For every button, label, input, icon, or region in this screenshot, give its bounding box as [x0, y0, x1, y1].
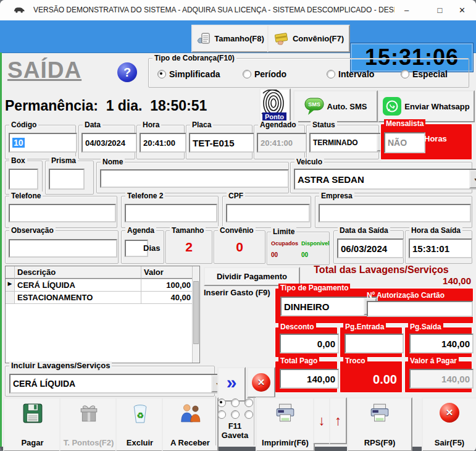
ocupados-value: 00	[271, 251, 278, 258]
observacao-input[interactable]	[9, 239, 117, 258]
radio-especial[interactable]: Especial	[401, 69, 448, 79]
placa-input[interactable]: TET-E015	[189, 133, 254, 153]
mensalista-legend: Mensalista	[384, 119, 425, 128]
pg-saida-input[interactable]: 140,00	[409, 334, 474, 353]
limite-group: Limite Ocupados 00 Disponivel 00	[267, 232, 330, 265]
sair-button[interactable]: ✕ Sair(F5)	[422, 397, 476, 451]
tamanho-button-label: Tamanho(F8)	[214, 34, 264, 43]
hora-input[interactable]: 20:41:00	[140, 133, 186, 153]
pagar-button[interactable]: Pagar	[3, 397, 62, 451]
box-group: Box	[5, 161, 43, 195]
minimize-button[interactable]: –	[393, 0, 420, 20]
tipo-pagamento-dropdown[interactable]: DINHEIRO ▼	[280, 297, 378, 316]
whatsapp-icon	[383, 97, 401, 116]
disponivel-value: 00	[301, 251, 308, 258]
radio-periodo[interactable]: Período	[243, 69, 286, 79]
table-row[interactable]: ▶ CERÁ LÍQUIDA 100,00	[6, 279, 199, 292]
rps-button[interactable]: RPS(F9)	[347, 397, 412, 451]
status-dropdown[interactable]: TERMINADO ▼	[309, 133, 391, 153]
convenio-button[interactable]: Convênio(F7)	[267, 25, 350, 53]
cpf-input[interactable]	[226, 204, 310, 222]
troco-value: 0.00	[340, 373, 397, 387]
remove-servico-button[interactable]: ✕	[247, 367, 275, 398]
codigo-value: 10	[12, 138, 25, 148]
auto-sms-button[interactable]: SMS Auto. SMS	[293, 90, 378, 122]
agenda-dias-label: Dias	[143, 243, 160, 253]
pg-saida-legend: Pg.Saída	[408, 322, 443, 331]
codigo-input[interactable]: 10	[9, 133, 77, 153]
autorizacao-input[interactable]	[367, 301, 473, 317]
prisma-input[interactable]	[49, 169, 85, 190]
incluir-servicos-dropdown[interactable]: CERÁ LÍQUIDA ▼	[9, 374, 225, 394]
imprimir-button[interactable]: Imprimir(F6)	[256, 397, 315, 451]
valor-pagar-panel: Valor á Pagar 140,00	[404, 361, 472, 393]
cpf-label: CPF	[227, 192, 245, 200]
autorizacao-label: Nº Autorização Cartão	[367, 291, 445, 300]
pg-entrada-input[interactable]	[344, 334, 404, 353]
telefone-input[interactable]	[9, 204, 116, 222]
nome-label: Nome	[101, 158, 125, 166]
marker-column-header	[6, 266, 15, 279]
desconto-legend: Desconto	[278, 322, 316, 331]
codigo-label: Código	[9, 120, 38, 129]
table-row[interactable]: ESTACIONAMENTO 40,00	[6, 292, 199, 304]
servico-descricao: ESTACIONAMENTO	[15, 292, 141, 303]
credit-card-icon	[273, 32, 290, 46]
box-input[interactable]	[9, 169, 38, 190]
radio-simplificada-label: Simplificada	[169, 69, 220, 79]
table-scrollbar[interactable]	[192, 266, 199, 363]
veiculo-dropdown[interactable]: ASTRA SEDAN ▼	[294, 169, 476, 190]
tipo-cobranca-legend: Tipo de Cobrança(F10)	[152, 54, 236, 62]
gaveta-radio-1[interactable]	[217, 398, 226, 407]
telefone2-label: Telefone 2	[125, 192, 165, 200]
excluir-button[interactable]: ♻ Excluir	[115, 397, 164, 451]
ocupados-label: Ocupados	[271, 240, 298, 247]
whatsapp-button[interactable]: Enviar Whatsapp	[378, 90, 475, 122]
gaveta-f11-label: F11	[228, 421, 242, 431]
mensalista-input[interactable]: NÃO	[384, 132, 425, 153]
data-saida-label: Data da Saída	[338, 226, 390, 235]
a-receber-button[interactable]: A Receber	[162, 397, 219, 451]
descricao-column-header: Descrição	[15, 266, 141, 279]
permanencia-text: Permanência: 1 dia. 18:50:51	[5, 98, 207, 114]
background-window-edge-left	[0, 53, 2, 447]
data-input[interactable]: 04/03/2024	[81, 133, 137, 153]
box-label: Box	[9, 156, 27, 165]
placa-group: Placa TET-E015	[186, 125, 253, 159]
empresa-input[interactable]	[319, 204, 471, 222]
scroll-down-button[interactable]: ↓	[313, 397, 330, 444]
title-bar: VERSÃO DEMONSTRATIVA DO SISTEMA - ADQUIR…	[0, 0, 476, 21]
gaveta-radio-6[interactable]	[244, 410, 253, 419]
radio-intervalo[interactable]: Intervalo	[327, 69, 374, 79]
nome-input[interactable]	[100, 169, 289, 188]
servicos-table[interactable]: Descrição Valor ▶ CERÁ LÍQUIDA 100,00 ES…	[5, 266, 200, 363]
tamanho-value: 2	[166, 240, 212, 255]
gaveta-radio-2[interactable]	[231, 398, 240, 407]
car-icon	[14, 6, 25, 14]
empresa-group: Empresa	[315, 196, 472, 228]
scrollbar-thumb[interactable]	[193, 281, 199, 344]
tamanho-button[interactable]: Tamanho(F8)	[191, 25, 269, 53]
hora-saida-input[interactable]: 15:31:01	[409, 238, 472, 258]
hora-saida-label: Hora da Saída	[409, 226, 462, 235]
radio-simplificada[interactable]: Simplificada	[157, 69, 220, 79]
hora-saida-group: Hora da Saída 15:31:01	[405, 230, 472, 264]
tipo-cobranca-group: Tipo de Cobrança(F10) Simplificada Perío…	[148, 58, 469, 88]
data-saida-input[interactable]: 06/03/2024	[337, 238, 404, 258]
help-icon[interactable]: ?	[117, 62, 137, 82]
imprimir-label: Imprimir(F6)	[262, 438, 309, 447]
close-button[interactable]: ✕	[448, 0, 476, 20]
ponto-button[interactable]: Ponto	[259, 88, 291, 124]
desconto-input[interactable]: 0,00	[280, 334, 339, 353]
total-pago-input[interactable]: 140,00	[280, 369, 339, 389]
servico-descricao: CERÁ LÍQUIDA	[15, 279, 141, 291]
tipo-pagamento-value: DINHEIRO	[284, 301, 329, 312]
gaveta-radio-5[interactable]	[231, 410, 240, 419]
gaveta-radio-4[interactable]	[217, 410, 226, 419]
t-pontos-button[interactable]: T. Pontos(F2)	[59, 397, 118, 451]
telefone2-input[interactable]	[125, 204, 217, 222]
scroll-up-button[interactable]: ↑	[329, 397, 347, 444]
gaveta-radio-3[interactable]	[244, 398, 253, 407]
radio-intervalo-label: Intervalo	[338, 69, 374, 79]
placa-label: Placa	[190, 120, 213, 129]
